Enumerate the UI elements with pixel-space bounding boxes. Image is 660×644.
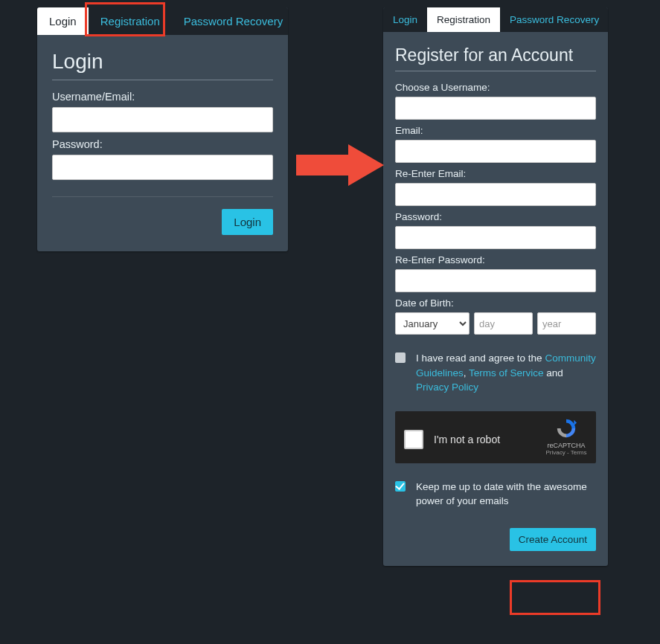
login-card: Login Username/Email: Password: Login — [37, 35, 288, 251]
login-panel: Login Registration Password Recovery Log… — [37, 7, 288, 251]
reemail-input[interactable] — [395, 183, 596, 206]
choose-username-input[interactable] — [395, 97, 596, 120]
create-button-row: Create Account — [395, 518, 596, 551]
reg-password-label: Password: — [395, 211, 596, 222]
agree-row: I have read and agree to the Community G… — [395, 351, 596, 395]
username-input[interactable] — [52, 107, 273, 132]
dob-day-input[interactable] — [474, 312, 533, 335]
dob-month-select[interactable]: January — [395, 312, 470, 335]
create-account-button[interactable]: Create Account — [510, 528, 596, 551]
recaptcha-sublinks[interactable]: Privacy - Terms — [544, 450, 589, 457]
updates-text: Keep me up to date with the awesome powe… — [416, 480, 596, 509]
agree-prefix: I have read and agree to the — [416, 352, 545, 364]
tab-recovery[interactable]: Password Recovery — [172, 7, 288, 35]
repassword-input[interactable] — [395, 269, 596, 292]
choose-username-label: Choose a Username: — [395, 82, 596, 93]
username-label: Username/Email: — [52, 91, 273, 103]
highlight-create-account — [510, 580, 600, 615]
recaptcha-text: I'm not a robot — [434, 434, 500, 445]
login-button[interactable]: Login — [222, 209, 273, 235]
email-label: Email: — [395, 125, 596, 136]
tab-recovery-r[interactable]: Password Recovery — [500, 7, 608, 32]
recaptcha-icon — [555, 417, 577, 439]
register-title: Register for an Account — [395, 45, 596, 71]
login-button-row: Login — [52, 196, 273, 235]
tab-registration-r[interactable]: Registration — [427, 7, 500, 32]
password-label: Password: — [52, 138, 273, 150]
tab-login[interactable]: Login — [37, 7, 89, 35]
email-input[interactable] — [395, 140, 596, 163]
link-terms[interactable]: Terms of Service — [469, 367, 544, 379]
tab-login-r[interactable]: Login — [383, 7, 427, 32]
reemail-label: Re-Enter Email: — [395, 168, 596, 179]
arrow-icon — [296, 144, 384, 186]
svg-marker-0 — [574, 419, 577, 425]
agree-checkbox[interactable] — [395, 352, 406, 363]
tab-registration[interactable]: Registration — [89, 7, 172, 35]
dob-year-input[interactable] — [537, 312, 596, 335]
repassword-label: Re-Enter Password: — [395, 254, 596, 265]
tabbar-right: Login Registration Password Recovery — [383, 7, 608, 32]
recaptcha-logo: reCAPTCHA Privacy - Terms — [544, 417, 589, 457]
password-input[interactable] — [52, 155, 273, 180]
agree-text: I have read and agree to the Community G… — [416, 351, 596, 395]
dob-label: Date of Birth: — [395, 297, 596, 309]
updates-row: Keep me up to date with the awesome powe… — [395, 480, 596, 509]
tabbar-left: Login Registration Password Recovery — [37, 7, 288, 35]
dob-row: January — [395, 312, 596, 335]
svg-marker-1 — [296, 144, 384, 186]
register-panel: Login Registration Password Recovery Reg… — [383, 7, 608, 566]
login-title: Login — [52, 50, 273, 80]
reg-password-input[interactable] — [395, 226, 596, 249]
register-card: Register for an Account Choose a Usernam… — [383, 32, 608, 566]
link-privacy[interactable]: Privacy Policy — [416, 381, 478, 393]
recaptcha-checkbox[interactable] — [404, 430, 423, 449]
recaptcha-widget: I'm not a robot reCAPTCHA Privacy - Term… — [395, 411, 596, 463]
updates-checkbox[interactable] — [395, 481, 406, 492]
